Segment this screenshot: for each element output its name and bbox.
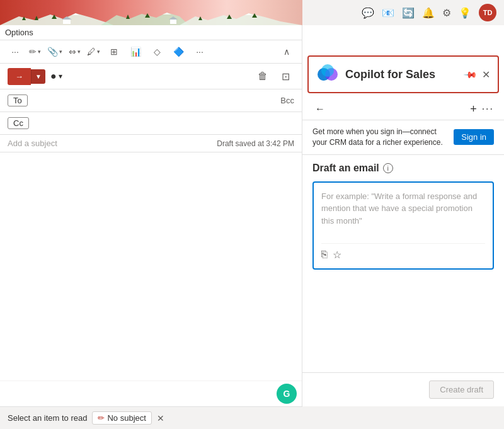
bcc-link[interactable]: Bcc — [280, 96, 294, 105]
send-button-group: → ▼ — [8, 68, 45, 85]
star-icon[interactable]: ☆ — [333, 249, 341, 261]
draft-input-actions: ⎘ ☆ — [321, 243, 485, 261]
svg-marker-2 — [180, 13, 302, 25]
format-text-button[interactable]: ✏ ▾ — [26, 45, 43, 58]
signin-banner: Get more when you sign in—connect your C… — [302, 120, 504, 155]
chat-icon[interactable]: 💬 — [362, 7, 374, 19]
svg-rect-11 — [63, 20, 71, 24]
close-copilot-icon[interactable]: ✕ — [482, 69, 490, 81]
copy-icon[interactable]: ⎘ — [321, 249, 328, 260]
svg-marker-4 — [35, 16, 38, 20]
email-body[interactable] — [0, 152, 302, 380]
table-button[interactable]: ⊞ — [104, 43, 124, 60]
expand-button[interactable]: ⊡ — [277, 67, 294, 85]
avatar[interactable]: TD — [479, 4, 496, 21]
shield-icon: ● — [50, 71, 57, 82]
copilot-logo — [316, 63, 339, 86]
attach-button[interactable]: 📎 ▾ — [45, 45, 65, 58]
pen-icon: ✏ — [29, 47, 37, 57]
chevron-down-icon-3: ▾ — [77, 49, 81, 55]
draft-status: Draft saved at 3:42 PM — [217, 139, 294, 148]
options-label: Options — [5, 28, 33, 37]
ellipsis-icon-2: ··· — [196, 47, 203, 57]
chevron-down-icon-4: ▾ — [97, 49, 100, 55]
cc-field: Cc — [0, 112, 302, 135]
action-bar: → ▼ ● ▾ 🗑 ⊡ — [0, 64, 302, 89]
more-button-right[interactable]: ··· — [190, 43, 210, 60]
copilot-nav: ← + ··· — [302, 98, 504, 120]
to-input[interactable] — [33, 96, 281, 105]
tag-label: No subject — [107, 413, 146, 423]
more-options-button[interactable]: ··· — [482, 103, 494, 115]
to-field: To Bcc — [0, 89, 302, 112]
back-button[interactable]: ← — [312, 101, 328, 117]
edit-icon: ✏ — [98, 413, 105, 423]
bottom-status: Select an item to read — [8, 413, 87, 423]
chart-icon: 📊 — [130, 47, 141, 57]
copilot-header: Copilot for Sales 📌 ✕ — [307, 55, 499, 93]
draft-placeholder: For example: "Write a formal response an… — [321, 190, 485, 238]
copilot-panel: Copilot for Sales 📌 ✕ ← + ··· Get more w… — [302, 25, 504, 406]
subject-field: Add a subject Draft saved at 3:42 PM — [0, 135, 302, 152]
bell-icon[interactable]: 🔔 — [422, 7, 435, 19]
toolbar: ··· ✏ ▾ 📎 ▾ ⇔ ▾ 🖊 ▾ ⊞ 📊 — [0, 40, 302, 64]
signin-button[interactable]: Sign in — [454, 129, 494, 145]
delete-button[interactable]: 🗑 — [254, 67, 272, 85]
no-subject-tag[interactable]: ✏ No subject — [92, 411, 151, 425]
style-icon: 🖊 — [87, 47, 96, 57]
signin-text: Get more when you sign in—connect your C… — [312, 127, 449, 148]
chevron-down-icon: ▾ — [38, 49, 41, 55]
create-draft-area: Create draft — [302, 372, 504, 406]
link-button[interactable]: ⇔ ▾ — [66, 45, 83, 58]
draw-icon: ◇ — [154, 47, 161, 57]
draft-section-title: Draft an email i — [312, 163, 494, 174]
svg-point-20 — [321, 64, 334, 77]
pin-icon[interactable]: 📌 — [463, 67, 478, 81]
chevron-down-icon-2: ▾ — [59, 49, 62, 55]
collapse-icon: ∧ — [284, 47, 290, 57]
apps-icon: 🔷 — [173, 47, 184, 57]
copilot-title: Copilot for Sales — [345, 68, 465, 81]
grammarly-icon[interactable]: G — [277, 384, 297, 404]
link-icon: ⇔ — [69, 47, 76, 57]
bottom-bar: Select an item to read ✏ No subject ✕ — [0, 406, 302, 429]
create-draft-button[interactable]: Create draft — [429, 380, 494, 399]
add-button[interactable]: + — [470, 103, 477, 116]
email-icon[interactable]: 📧 — [382, 7, 394, 19]
info-icon[interactable]: i — [383, 163, 393, 173]
cc-input[interactable] — [34, 118, 294, 128]
draft-title-text: Draft an email — [312, 163, 379, 174]
draft-section: Draft an email i For example: "Write a f… — [302, 155, 504, 277]
draw-button[interactable]: ◇ — [147, 43, 167, 60]
grammarly-area: G — [0, 380, 302, 406]
settings-icon[interactable]: ⚙ — [442, 7, 451, 19]
close-tag-button[interactable]: ✕ — [157, 413, 164, 423]
right-top-bar: 💬 📧 🔄 🔔 ⚙ 💡 TD — [302, 0, 504, 25]
apps-button[interactable]: 🔷 — [168, 43, 188, 60]
subject-placeholder[interactable]: Add a subject — [8, 139, 217, 148]
send-dropdown-button[interactable]: ▼ — [31, 69, 45, 84]
options-bar: Options — [0, 25, 302, 40]
send-icon: → — [15, 72, 23, 81]
chart-button[interactable]: 📊 — [125, 43, 146, 60]
more-button-left[interactable]: ··· — [5, 43, 25, 60]
paperclip-icon: 📎 — [47, 47, 58, 57]
style-button[interactable]: 🖊 ▾ — [84, 45, 103, 58]
top-banner — [0, 0, 302, 25]
svg-rect-13 — [170, 20, 176, 24]
lightbulb-icon[interactable]: 💡 — [459, 7, 471, 19]
trash-icon: 🗑 — [258, 71, 268, 82]
sync-icon[interactable]: 🔄 — [402, 7, 415, 19]
draft-input-box[interactable]: For example: "Write a formal response an… — [312, 181, 494, 270]
send-button[interactable]: → — [8, 68, 31, 85]
table-icon: ⊞ — [110, 47, 118, 57]
collapse-button[interactable]: ∧ — [277, 43, 297, 60]
svg-marker-6 — [126, 14, 130, 19]
security-badge[interactable]: ● ▾ — [50, 71, 62, 82]
svg-marker-0 — [0, 13, 113, 25]
security-chevron-icon: ▾ — [59, 72, 62, 81]
expand-icon: ⊡ — [282, 71, 290, 83]
chevron-down-send-icon: ▼ — [35, 73, 42, 80]
ellipsis-icon: ··· — [11, 47, 19, 57]
to-label: To — [8, 94, 28, 106]
